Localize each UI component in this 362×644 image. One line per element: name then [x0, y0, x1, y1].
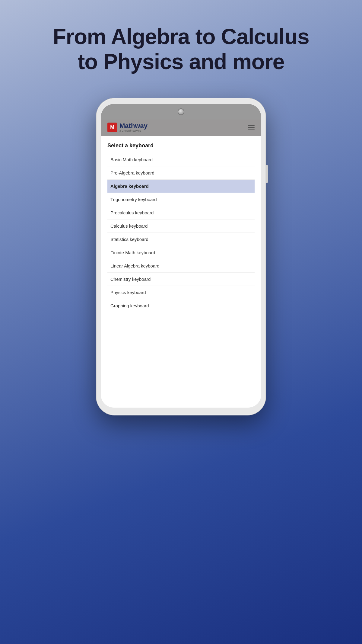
mathway-logo: M Mathway a Chegg® service — [107, 123, 148, 132]
keyboard-list-item[interactable]: Algebra keyboard — [107, 180, 255, 193]
keyboard-list-item[interactable]: Physics keyboard — [107, 286, 255, 299]
headline-line2: to Physics and more — [78, 50, 284, 74]
hamburger-line1 — [248, 125, 255, 126]
logo-name: Mathway — [119, 123, 148, 129]
logo-icon: M — [107, 123, 117, 132]
hamburger-line2 — [248, 127, 255, 128]
hamburger-menu-button[interactable] — [248, 125, 255, 130]
logo-text-block: Mathway a Chegg® service — [119, 123, 148, 132]
keyboard-list-item[interactable]: Trigonometry keyboard — [107, 193, 255, 206]
keyboard-list-item[interactable]: Precalculus keyboard — [107, 206, 255, 219]
hamburger-line3 — [248, 129, 255, 130]
keyboard-list-item[interactable]: Graphing keyboard — [107, 299, 255, 312]
phone-top-bar — [101, 104, 261, 120]
keyboard-list-item[interactable]: Linear Algebra keyboard — [107, 259, 255, 273]
page-headline: From Algebra to Calculus to Physics and … — [29, 24, 333, 74]
phone-mockup: M Mathway a Chegg® service Select a keyb… — [97, 98, 265, 415]
keyboard-list-item[interactable]: Pre-Algebra keyboard — [107, 166, 255, 180]
camera-dot — [178, 109, 184, 114]
section-title: Select a keyboard — [107, 143, 255, 149]
keyboard-list: Basic Math keyboardPre-Algebra keyboardA… — [107, 153, 255, 312]
headline-line1: From Algebra to Calculus — [53, 24, 309, 49]
keyboard-list-item[interactable]: Calculus keyboard — [107, 219, 255, 233]
keyboard-list-item[interactable]: Fininte Math keyboard — [107, 246, 255, 259]
app-header: M Mathway a Chegg® service — [101, 120, 261, 136]
app-content: Select a keyboard Basic Math keyboardPre… — [101, 136, 261, 408]
keyboard-list-item[interactable]: Basic Math keyboard — [107, 153, 255, 166]
keyboard-list-item[interactable]: Chemistry keyboard — [107, 273, 255, 286]
keyboard-list-item[interactable]: Statistics keyboard — [107, 233, 255, 246]
phone-screen: M Mathway a Chegg® service Select a keyb… — [101, 104, 261, 408]
logo-subtitle: a Chegg® service — [119, 129, 148, 132]
